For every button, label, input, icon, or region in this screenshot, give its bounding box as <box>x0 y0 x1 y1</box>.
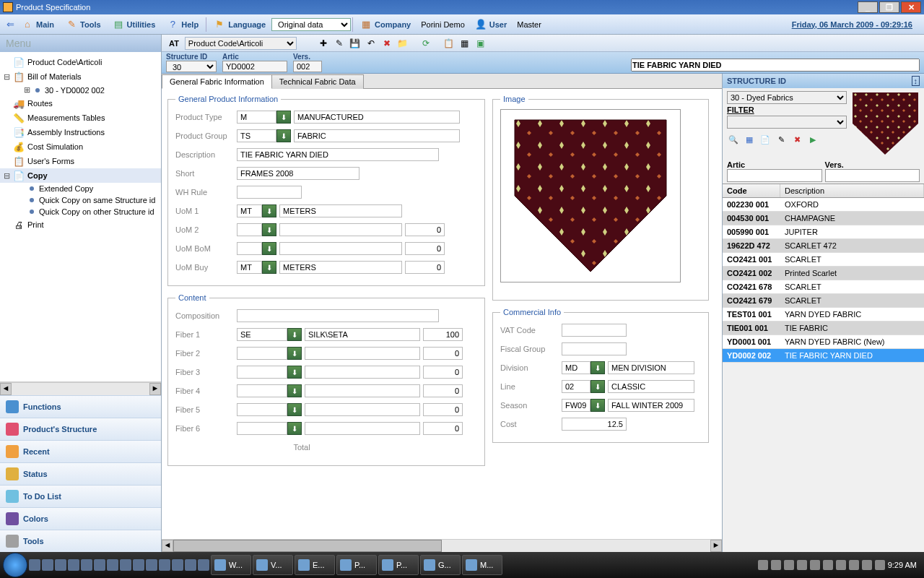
menu-tools[interactable]: ✎Tools <box>60 19 107 30</box>
f2-val[interactable] <box>423 347 463 360</box>
uombuy-desc[interactable] <box>279 261 402 274</box>
desc-field[interactable] <box>631 59 920 72</box>
f4-code[interactable] <box>237 384 287 397</box>
taskbar-item[interactable]: V... <box>253 555 293 575</box>
sb-structure[interactable]: Product's Structure <box>0 418 161 440</box>
save-icon[interactable]: 💾 <box>349 37 362 50</box>
tree-copy[interactable]: ⊟📄Copy <box>0 168 161 183</box>
cost-input[interactable] <box>562 418 627 431</box>
tray-icon[interactable] <box>771 560 781 570</box>
tree-quick-other[interactable]: Quick Copy on other Structure id <box>0 206 161 217</box>
grid-row[interactable]: 005990 001JUPITER <box>723 225 924 239</box>
f3-desc[interactable] <box>305 366 420 379</box>
f4-lookup-icon[interactable]: ⬇ <box>287 384 302 397</box>
ql-icon[interactable] <box>42 559 53 571</box>
ql-icon[interactable] <box>81 559 92 571</box>
ql-icon[interactable] <box>94 559 105 571</box>
tray-icon[interactable] <box>784 560 794 570</box>
season-code[interactable] <box>562 399 590 412</box>
menu-utilities[interactable]: ▤Utilities <box>107 19 162 30</box>
f6-lookup-icon[interactable]: ⬇ <box>287 422 302 435</box>
tray-icon[interactable] <box>836 560 846 570</box>
f2-code[interactable] <box>237 347 287 360</box>
tab-general[interactable]: General Fabric Information <box>162 74 272 89</box>
ql-icon[interactable] <box>107 559 118 571</box>
uom2-desc[interactable] <box>279 223 402 236</box>
start-button[interactable] <box>3 553 27 577</box>
menu-language[interactable]: ⚑Language <box>208 19 271 30</box>
vers-field[interactable] <box>293 61 322 72</box>
fiscal-input[interactable] <box>562 342 627 355</box>
f6-code[interactable] <box>237 422 287 435</box>
line-desc[interactable] <box>608 380 694 393</box>
at-combo[interactable]: Product Code\Articoli <box>185 37 297 50</box>
sb-status[interactable]: Status <box>0 462 161 485</box>
tree-measurements[interactable]: 📏Measurements Tables <box>0 111 161 125</box>
sb-functions[interactable]: Functions <box>0 395 161 418</box>
tree-print[interactable]: 🖨Print <box>0 217 161 232</box>
ql-icon[interactable] <box>55 559 66 571</box>
composition-input[interactable] <box>237 309 439 322</box>
menu-company[interactable]: ▦Company <box>354 19 417 30</box>
grid-row[interactable]: CO2421 679SCARLET <box>723 294 924 308</box>
ql-icon[interactable] <box>120 559 131 571</box>
taskbar-item[interactable]: E... <box>295 555 335 575</box>
uombom-lookup-icon[interactable]: ⬇ <box>262 242 276 255</box>
tree-assembly[interactable]: 📑Assembly Instructions <box>0 125 161 139</box>
taskbar-item[interactable]: W... <box>211 555 251 575</box>
sb-recent[interactable]: Recent <box>0 440 161 462</box>
f4-desc[interactable] <box>305 384 420 397</box>
pgroup-desc[interactable] <box>294 129 460 142</box>
menu-main[interactable]: ⌂Main <box>16 19 60 30</box>
pin-icon[interactable]: ↕ <box>912 76 920 86</box>
line-lookup-icon[interactable]: ⬇ <box>590 380 605 393</box>
ptype-desc[interactable] <box>294 111 460 124</box>
f3-code[interactable] <box>237 366 287 379</box>
grid-icon[interactable]: ▦ <box>743 133 756 146</box>
minimize-button[interactable]: _ <box>858 1 878 13</box>
ql-icon[interactable] <box>172 559 183 571</box>
short-input[interactable] <box>237 167 359 180</box>
division-desc[interactable] <box>608 361 694 374</box>
uom2-code[interactable] <box>237 223 262 236</box>
clock[interactable]: 9:29 AM <box>888 561 917 569</box>
grid-row[interactable]: TEST01 001YARN DYED FABRIC <box>723 308 924 322</box>
copy-tb-icon[interactable]: 📋 <box>443 37 456 50</box>
uom2-lookup-icon[interactable]: ⬇ <box>262 223 276 236</box>
rp-filter-select[interactable] <box>727 116 847 129</box>
taskbar-item[interactable]: P... <box>378 555 419 575</box>
datetime-display[interactable]: Friday, 06 March 2009 - 09:29:16 <box>792 20 920 29</box>
uombuy-val[interactable] <box>405 261 445 274</box>
artic-field[interactable] <box>222 61 287 72</box>
uom1-lookup-icon[interactable]: ⬇ <box>262 204 276 217</box>
f3-val[interactable] <box>423 366 463 379</box>
tab-technical[interactable]: Technical Fabric Data <box>271 74 364 89</box>
tray-icon[interactable] <box>862 560 872 570</box>
back-icon[interactable]: ⇐ <box>4 19 16 30</box>
tray-icon[interactable] <box>823 560 833 570</box>
struct-id-field[interactable]: 30 <box>166 61 217 72</box>
close-button[interactable]: ✕ <box>901 1 921 13</box>
tray-icon[interactable] <box>758 560 768 570</box>
play-icon[interactable]: ▶ <box>806 133 819 146</box>
edit-icon[interactable]: ✎ <box>333 37 346 50</box>
grid-row[interactable]: CO2421 001SCARLET <box>723 253 924 267</box>
chart-icon[interactable]: ▣ <box>474 37 487 50</box>
f1-code[interactable] <box>237 328 287 341</box>
col-desc[interactable]: Description <box>780 184 924 197</box>
taskbar-item[interactable]: P... <box>336 555 377 575</box>
folder-icon[interactable]: 📁 <box>396 37 409 50</box>
refresh-icon[interactable]: ⟳ <box>419 37 432 50</box>
tray-icon[interactable] <box>875 560 885 570</box>
f5-val[interactable] <box>423 403 463 416</box>
maximize-button[interactable]: ❐ <box>879 1 899 13</box>
uombuy-code[interactable] <box>237 261 262 274</box>
tree-costsim[interactable]: 💰Cost Simulation <box>0 139 161 154</box>
rp-artic-input[interactable] <box>727 169 822 182</box>
sb-todo[interactable]: To Do List <box>0 485 161 507</box>
f2-desc[interactable] <box>305 347 420 360</box>
grid-row[interactable]: CO2421 002Printed Scarlet <box>723 267 924 280</box>
content-hscroll[interactable]: ◄► <box>162 539 722 552</box>
grid-row[interactable]: 002230 001OXFORD <box>723 198 924 212</box>
tray-icon[interactable] <box>849 560 859 570</box>
